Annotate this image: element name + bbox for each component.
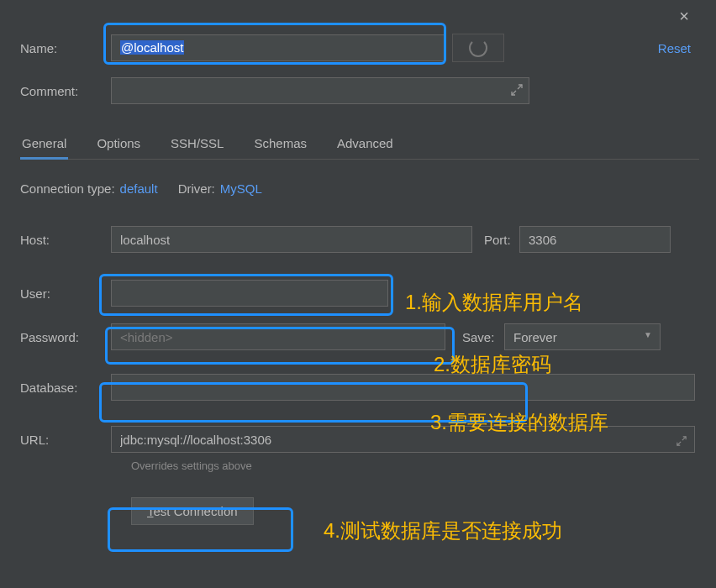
- connection-type-value[interactable]: default: [120, 181, 158, 196]
- override-hint: Overrides settings above: [131, 459, 699, 472]
- url-field[interactable]: [111, 426, 695, 453]
- user-field[interactable]: [111, 280, 388, 307]
- tab-ssh-ssl[interactable]: SSH/SSL: [169, 129, 225, 159]
- tab-general[interactable]: General: [20, 129, 68, 159]
- comment-field-wrap: [111, 77, 529, 104]
- test-connection-mnemonic: T: [147, 504, 154, 518]
- password-label: Password:: [20, 330, 111, 344]
- connection-type-label: Connection type:: [20, 181, 115, 196]
- close-icon[interactable]: ×: [679, 7, 689, 26]
- database-label: Database:: [20, 381, 111, 395]
- comment-label: Comment:: [20, 84, 111, 98]
- test-connection-label: est Connection: [154, 504, 238, 518]
- name-label: Name:: [20, 41, 111, 55]
- database-field[interactable]: [111, 374, 695, 401]
- tab-advanced[interactable]: Advanced: [335, 129, 395, 159]
- host-field[interactable]: [111, 226, 472, 253]
- name-aux-box: [452, 34, 504, 62]
- host-label: Host:: [20, 233, 111, 247]
- comment-field[interactable]: [111, 77, 529, 104]
- port-label: Port:: [484, 233, 519, 247]
- user-label: User:: [20, 286, 111, 301]
- tab-bar: General Options SSH/SSL Schemas Advanced: [20, 129, 699, 160]
- test-connection-button[interactable]: Test Connection: [131, 497, 254, 525]
- reset-link[interactable]: Reset: [658, 41, 691, 55]
- driver-value[interactable]: MySQL: [220, 181, 262, 196]
- port-field[interactable]: [519, 226, 671, 253]
- password-field[interactable]: [111, 323, 445, 350]
- tab-schemas[interactable]: Schemas: [252, 129, 308, 159]
- loading-spinner-icon: [469, 39, 487, 57]
- url-label: URL:: [20, 433, 111, 447]
- save-label: Save:: [462, 330, 504, 344]
- driver-label: Driver:: [178, 181, 215, 196]
- save-select[interactable]: [504, 323, 661, 350]
- tab-options[interactable]: Options: [95, 129, 142, 159]
- name-field[interactable]: @localhost: [111, 34, 445, 61]
- connection-info: Connection type: default Driver: MySQL: [20, 181, 699, 196]
- name-value: @localhost: [120, 40, 184, 55]
